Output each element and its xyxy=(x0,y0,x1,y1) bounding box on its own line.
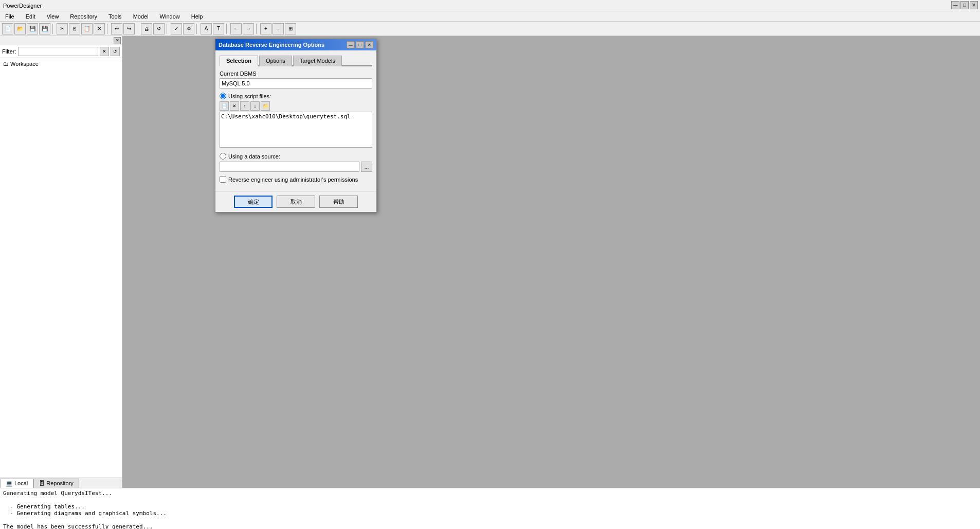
dialog-reverse-engineering: Database Reverse Engineering Options — □… xyxy=(215,39,377,213)
tab-target-models[interactable]: Target Models xyxy=(293,56,342,66)
tab-target-models-label: Target Models xyxy=(300,58,335,64)
fit-button[interactable]: ⊞ xyxy=(285,23,296,34)
sidebar-header: ✕ xyxy=(0,36,122,45)
toolbar-sep-5 xyxy=(196,24,198,34)
toolbar-sep-3 xyxy=(137,24,139,34)
properties-button[interactable]: ⚙ xyxy=(183,23,194,34)
save-all-button[interactable]: 💾 xyxy=(39,23,50,34)
toolbar-btn-a[interactable]: A xyxy=(201,23,212,34)
help-button[interactable]: 帮助 xyxy=(319,196,358,208)
workspace-label: Workspace xyxy=(10,61,39,67)
script-file-list[interactable]: C:\Users\xahc010\Desktop\querytest.sql xyxy=(220,112,372,148)
datasource-row: ... xyxy=(220,162,372,172)
window-controls: — □ ✕ xyxy=(951,1,978,9)
move-up-button[interactable]: ↑ xyxy=(240,101,249,111)
dialog-overlay: Database Reverse Engineering Options — □… xyxy=(122,36,980,488)
paste-button[interactable]: 📋 xyxy=(81,23,93,34)
output-line-3: - Generating tables... xyxy=(3,503,977,510)
move-down-button[interactable]: ↓ xyxy=(250,101,260,111)
close-button[interactable]: ✕ xyxy=(970,1,978,9)
repo-label: Repository xyxy=(46,480,74,486)
dialog-close-button[interactable]: ✕ xyxy=(365,41,373,48)
toolbar-btn-d[interactable]: → xyxy=(243,23,254,34)
menu-window[interactable]: Window xyxy=(157,12,183,21)
check-button[interactable]: ✓ xyxy=(171,23,182,34)
app-title: PowerDesigner xyxy=(3,3,42,9)
menu-edit[interactable]: Edit xyxy=(23,12,39,21)
remove-file-button[interactable]: ✕ xyxy=(230,101,239,111)
reverse-engineer-checkbox-label[interactable]: Reverse engineer using administrator's p… xyxy=(220,176,372,183)
delete-button[interactable]: ✕ xyxy=(94,23,105,34)
output-panel: Generating model QuerydsITest... - Gener… xyxy=(0,488,980,529)
using-script-label: Using script files: xyxy=(228,93,271,99)
toolbar-sep-2 xyxy=(107,24,109,34)
new-button[interactable]: 📄 xyxy=(2,23,13,34)
filter-bar: Filter: ✕ ↺ xyxy=(0,45,122,58)
using-data-source-label: Using a data source: xyxy=(228,153,280,160)
dialog-controls: — □ ✕ xyxy=(347,41,373,48)
script-toolbar: 📄 ✕ ↑ ↓ 📁 xyxy=(220,101,372,111)
menu-model[interactable]: Model xyxy=(130,12,152,21)
using-script-radio[interactable] xyxy=(220,93,226,99)
ok-button[interactable]: 确定 xyxy=(234,196,273,208)
menu-help[interactable]: Help xyxy=(188,12,206,21)
maximize-button[interactable]: □ xyxy=(960,1,969,9)
undo-button[interactable]: ↩ xyxy=(111,23,122,34)
sidebar-tab-local[interactable]: 💻 Local xyxy=(0,479,33,488)
refresh-button[interactable]: ↺ xyxy=(153,23,165,34)
zoom-in-button[interactable]: + xyxy=(260,23,271,34)
menu-tools[interactable]: Tools xyxy=(105,12,125,21)
redo-button[interactable]: ↪ xyxy=(123,23,135,34)
sidebar-close-button[interactable]: ✕ xyxy=(114,37,121,44)
print-button[interactable]: 🖨 xyxy=(141,23,152,34)
dialog-maximize-button[interactable]: □ xyxy=(356,41,364,48)
current-dbms-label: Current DBMS xyxy=(220,70,372,77)
toolbar-btn-c[interactable]: ← xyxy=(230,23,242,34)
zoom-out-button[interactable]: - xyxy=(273,23,284,34)
menu-view[interactable]: View xyxy=(44,12,62,21)
filter-refresh-button[interactable]: ↺ xyxy=(111,47,120,56)
dialog-body: Selection Options Target Models Current … xyxy=(215,50,376,191)
cancel-button[interactable]: 取消 xyxy=(277,196,315,208)
reverse-engineer-checkbox[interactable] xyxy=(220,176,226,183)
open-button[interactable]: 📂 xyxy=(14,23,26,34)
menu-file[interactable]: File xyxy=(2,12,17,21)
sidebar-tab-repository[interactable]: 🗄 Repository xyxy=(33,479,79,488)
save-button[interactable]: 💾 xyxy=(27,23,38,34)
menu-repository[interactable]: Repository xyxy=(67,12,100,21)
current-dbms-input[interactable] xyxy=(220,78,372,89)
sidebar-bottom-tabs: 💻 Local 🗄 Repository xyxy=(0,478,122,488)
add-file-button[interactable]: 📄 xyxy=(220,101,229,111)
repo-icon: 🗄 xyxy=(39,480,45,486)
dialog-title: Database Reverse Engineering Options xyxy=(219,42,324,48)
using-data-source-radio-label[interactable]: Using a data source: xyxy=(220,153,372,160)
tab-options-label: Options xyxy=(266,58,285,64)
toolbar-btn-b[interactable]: T xyxy=(213,23,224,34)
filter-input[interactable] xyxy=(18,47,99,56)
local-label: Local xyxy=(14,480,28,486)
sidebar-tree: 🗂 Workspace xyxy=(0,58,122,69)
reverse-engineer-section: Reverse engineer using administrator's p… xyxy=(220,176,372,183)
toolbar-sep-4 xyxy=(167,24,169,34)
main-toolbar: 📄 📂 💾 💾 ✂ ⎘ 📋 ✕ ↩ ↪ 🖨 ↺ ✓ ⚙ A T ← → + - … xyxy=(0,22,980,36)
script-files-section: Using script files: 📄 ✕ ↑ ↓ 📁 C:\Users\x… xyxy=(220,93,372,149)
tab-selection[interactable]: Selection xyxy=(220,56,258,66)
dialog-title-bar: Database Reverse Engineering Options — □… xyxy=(215,39,376,50)
output-line-4: - Generating diagrams and graphical symb… xyxy=(3,510,977,517)
tab-options[interactable]: Options xyxy=(259,56,292,66)
dialog-minimize-button[interactable]: — xyxy=(347,41,355,48)
cut-button[interactable]: ✂ xyxy=(57,23,68,34)
browse-file-button[interactable]: 📁 xyxy=(261,101,270,111)
output-line-6: The model has been successfully generate… xyxy=(3,523,977,529)
datasource-input[interactable] xyxy=(220,162,359,172)
using-data-source-radio[interactable] xyxy=(220,153,226,160)
copy-button[interactable]: ⎘ xyxy=(69,23,80,34)
output-line-2 xyxy=(3,497,977,503)
workspace-item[interactable]: 🗂 Workspace xyxy=(2,60,120,67)
toolbar-sep-1 xyxy=(52,24,55,34)
datasource-browse-button[interactable]: ... xyxy=(361,162,372,172)
minimize-button[interactable]: — xyxy=(951,1,959,9)
local-icon: 💻 xyxy=(6,480,13,487)
filter-clear-button[interactable]: ✕ xyxy=(100,47,109,56)
using-script-radio-label[interactable]: Using script files: xyxy=(220,93,372,99)
